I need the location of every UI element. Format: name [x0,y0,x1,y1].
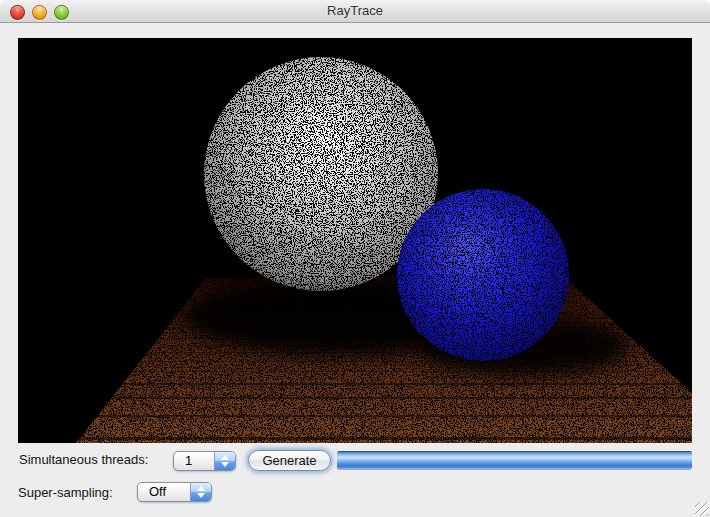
threads-value: 1 [174,452,214,470]
zoom-button[interactable] [54,5,69,20]
threads-popup[interactable]: 1 [173,451,236,471]
progress-bar [337,451,692,470]
stepper-arrows-icon [214,452,235,470]
chevron-up-icon [197,486,205,491]
supersampling-label: Super-sampling: [18,485,113,500]
dither-noise-overlay [18,38,692,443]
chevron-down-icon [197,493,205,498]
traffic-lights [10,5,69,20]
window-title: RayTrace [0,0,710,22]
minimize-button[interactable] [32,5,47,20]
close-button[interactable] [10,5,25,20]
app-window: RayTrace [0,0,710,517]
generate-button[interactable]: Generate [248,450,331,471]
progress-fill [337,452,692,469]
render-canvas [18,38,692,443]
resize-grip[interactable] [695,502,709,516]
threads-label: Simultaneous threads: [19,452,148,467]
supersampling-popup[interactable]: Off [137,482,212,502]
chevron-up-icon [221,455,229,460]
titlebar[interactable]: RayTrace [0,0,710,23]
stepper-arrows-icon [190,483,211,501]
supersampling-value: Off [138,483,190,501]
chevron-down-icon [221,462,229,467]
